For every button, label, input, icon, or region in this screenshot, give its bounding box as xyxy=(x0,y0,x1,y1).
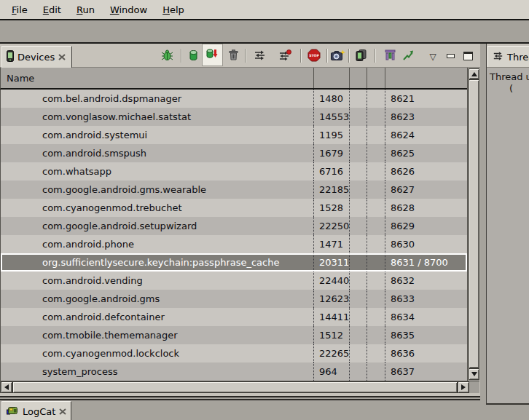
scroll-right-button[interactable] xyxy=(458,381,469,393)
horizontal-scrollbar[interactable] xyxy=(0,381,479,393)
tab-logcat[interactable]: LogCat xyxy=(1,401,71,420)
cell-port: 8633 xyxy=(385,290,467,308)
scroll-up-icon xyxy=(471,72,477,76)
table-row[interactable]: com.android.phone14718630 xyxy=(1,235,467,253)
column-header-pid[interactable] xyxy=(313,68,349,88)
screen-capture-button[interactable] xyxy=(330,48,346,64)
cell-name: com.android.defcontainer xyxy=(1,308,313,326)
cell-name: com.android.systemui xyxy=(1,126,313,144)
table-row[interactable]: com.google.android.gms126238633 xyxy=(1,290,467,308)
cell-b2 xyxy=(367,199,385,217)
cell-b1 xyxy=(349,362,367,381)
tab-threads-label: Threads xyxy=(507,52,529,63)
menu-edit[interactable]: Edit xyxy=(37,3,67,17)
cell-b2 xyxy=(367,308,385,326)
hierarchy-columns-icon xyxy=(385,49,396,63)
cell-b1 xyxy=(349,199,367,217)
scroll-left-button[interactable] xyxy=(1,381,12,393)
cell-b1 xyxy=(349,235,367,253)
tab-devices[interactable]: Devices xyxy=(1,46,72,68)
debug-process-button[interactable] xyxy=(159,48,175,64)
cell-b1 xyxy=(349,308,367,326)
cell-name: com.google.android.gms.wearable xyxy=(1,181,313,199)
update-threads-button[interactable] xyxy=(251,48,267,64)
scroll-down-button[interactable] xyxy=(469,368,479,380)
close-icon[interactable] xyxy=(59,406,66,417)
cell-port: 8621 xyxy=(385,90,467,108)
column-header-blank2[interactable] xyxy=(367,68,385,88)
threads-content: Thread up ( xyxy=(487,68,529,403)
cell-port: 8623 xyxy=(385,108,467,126)
menu-file[interactable]: File xyxy=(6,3,34,17)
cell-name: com.bel.android.dspmanager xyxy=(1,90,313,108)
cell-pid: 14411 xyxy=(313,308,349,326)
scroll-up-button[interactable] xyxy=(469,68,479,79)
table-row[interactable]: com.android.systemui11958624 xyxy=(1,126,467,144)
view-menu-button[interactable] xyxy=(425,48,441,64)
cell-pid: 20311 xyxy=(313,253,349,272)
toolbar-separator xyxy=(326,49,328,63)
cause-gc-button[interactable] xyxy=(225,48,241,64)
cell-pid: 22250 xyxy=(313,217,349,235)
cell-port: 8629 xyxy=(385,217,467,235)
table-row[interactable]: com.cyanogenmod.lockclock222658636 xyxy=(1,344,467,362)
minimize-button[interactable] xyxy=(442,48,458,64)
tab-threads[interactable]: Threads xyxy=(487,46,529,68)
cell-b2 xyxy=(367,126,385,144)
table-row[interactable]: com.vonglasow.michael.satstat145538623 xyxy=(1,108,467,126)
table-row[interactable]: org.sufficientlysecure.keychain:passphra… xyxy=(1,253,467,272)
vertical-scrollbar[interactable] xyxy=(467,68,479,381)
stop-process-button[interactable]: STOP xyxy=(306,48,322,64)
table-row[interactable]: system_process9648637 xyxy=(1,362,467,381)
vertical-scroll-thumb[interactable] xyxy=(469,79,479,368)
table-row[interactable]: com.android.defcontainer144118634 xyxy=(1,308,467,326)
cell-name: com.tmobile.thememanager xyxy=(1,326,313,344)
table-row[interactable]: com.google.android.setupwizard222508629 xyxy=(1,217,467,235)
table-row[interactable]: com.android.smspush16798625 xyxy=(1,144,467,162)
maximize-button[interactable] xyxy=(460,48,476,64)
toolbar-separator xyxy=(245,49,246,63)
table-row[interactable]: com.bel.android.dspmanager14808621 xyxy=(1,90,467,108)
cell-name: com.cyanogenmod.trebuchet xyxy=(1,199,313,217)
table-row[interactable]: com.tmobile.thememanager15128635 xyxy=(1,326,467,344)
cell-b2 xyxy=(367,90,385,108)
capture-system-state-button[interactable] xyxy=(353,48,369,64)
cell-name: com.cyanogenmod.lockclock xyxy=(1,344,313,362)
devices-tab-row: Devices xyxy=(0,44,480,68)
cell-port: 8632 xyxy=(385,272,467,290)
table-row[interactable]: com.whatsapp67168626 xyxy=(1,162,467,181)
table-row[interactable]: com.google.android.gms.wearable221858627 xyxy=(1,181,467,199)
cell-pid: 6716 xyxy=(313,162,349,181)
start-opengl-trace-button[interactable] xyxy=(400,48,416,64)
toolbar-separator xyxy=(181,49,182,63)
table-row[interactable]: com.android.vending224408632 xyxy=(1,272,467,290)
tab-logcat-label: LogCat xyxy=(23,406,55,417)
cell-b2 xyxy=(367,344,385,362)
cell-name: com.android.vending xyxy=(1,272,313,290)
cell-b2 xyxy=(367,290,385,308)
hierarchy-view-button[interactable] xyxy=(382,48,398,64)
panel-sash[interactable] xyxy=(480,44,486,405)
cell-name: com.whatsapp xyxy=(1,162,313,181)
column-header-name[interactable]: Name xyxy=(1,68,313,88)
cell-b1 xyxy=(349,290,367,308)
cell-name: com.android.phone xyxy=(1,235,313,253)
horizontal-scroll-thumb[interactable] xyxy=(12,381,458,393)
cell-pid: 1512 xyxy=(313,326,349,344)
tab-devices-label: Devices xyxy=(17,52,55,63)
start-method-profiling-button[interactable] xyxy=(277,48,293,64)
heap-cylinder-icon xyxy=(189,49,198,63)
cell-port: 8635 xyxy=(385,326,467,344)
menu-help[interactable]: Help xyxy=(157,3,190,17)
menu-run[interactable]: Run xyxy=(71,3,101,17)
cell-b2 xyxy=(367,162,385,181)
table-row[interactable]: com.cyanogenmod.trebuchet15288628 xyxy=(1,199,467,217)
logcat-panel: LogCat xyxy=(0,399,480,420)
column-header-blank1[interactable] xyxy=(349,68,367,88)
menu-window[interactable]: Window xyxy=(104,3,153,17)
dump-hprof-button[interactable] xyxy=(202,44,223,66)
cell-port: 8637 xyxy=(385,362,467,381)
update-heap-button[interactable] xyxy=(185,48,201,64)
close-icon[interactable] xyxy=(58,52,66,63)
column-header-port[interactable] xyxy=(385,68,467,88)
